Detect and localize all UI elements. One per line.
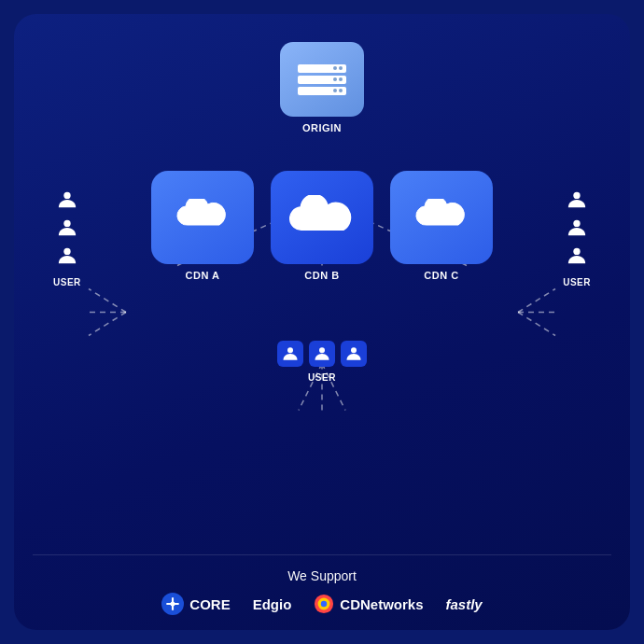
svg-point-20 <box>351 347 357 353</box>
cdn-a-box <box>151 171 254 264</box>
cdn-c-node: CDN C <box>390 171 493 281</box>
origin-label: ORIGIN <box>302 122 342 133</box>
cdn-a-label: CDN A <box>186 270 220 281</box>
user-icon-right-3 <box>567 245 587 266</box>
user-circle-1 <box>277 341 303 367</box>
svg-point-19 <box>319 347 325 353</box>
svg-point-16 <box>573 220 580 227</box>
supports-title: We Support <box>287 568 357 583</box>
left-user-group: USER <box>53 189 81 287</box>
svg-point-25 <box>321 601 327 607</box>
server-icon <box>298 64 346 95</box>
user-label-bottom: USER <box>308 372 336 383</box>
server-row-3 <box>298 87 346 95</box>
cdn-b-box <box>271 171 373 264</box>
cdn-c-label: CDN C <box>424 270 458 281</box>
supports-section: We Support CORE Edgio <box>33 554 611 615</box>
cdn-row: CDN A CDN B CDN C <box>33 171 611 281</box>
logo-fastly: fastly <box>446 596 483 612</box>
user-icon-bottom-3 <box>345 345 362 362</box>
svg-line-5 <box>89 313 126 336</box>
cdn-c-box <box>390 171 493 264</box>
user-icon-right-1 <box>567 189 587 210</box>
diagram-area: ORIGIN CDN A CDN B <box>33 33 611 554</box>
core-logo-icon <box>161 593 184 615</box>
cloud-b-icon <box>289 195 355 240</box>
cdn-b-label: CDN B <box>304 270 339 281</box>
user-icon-left-2 <box>57 217 77 238</box>
svg-line-3 <box>89 289 126 313</box>
user-icon-bottom-2 <box>314 345 330 362</box>
user-icon-left-3 <box>57 245 77 266</box>
logo-core: CORE <box>161 593 230 615</box>
cdnetworks-label: CDNetworks <box>340 596 423 612</box>
svg-point-12 <box>63 192 70 199</box>
logo-cdnetworks: CDNetworks <box>314 594 423 614</box>
cdn-b-node: CDN B <box>271 171 373 281</box>
origin-box <box>280 42 364 117</box>
supports-logos: CORE Edgio CDNetworks fastly <box>161 593 482 615</box>
user-label-left: USER <box>53 277 81 287</box>
edgio-label: Edgio <box>253 596 292 612</box>
core-svg-icon <box>163 595 182 613</box>
logo-edgio: Edgio <box>253 596 292 612</box>
bottom-user-group: USER <box>277 341 367 383</box>
svg-line-6 <box>518 289 555 313</box>
cdnetworks-logo-icon <box>314 594 334 614</box>
svg-point-17 <box>573 248 580 255</box>
svg-point-22 <box>171 602 175 607</box>
main-card: ORIGIN CDN A CDN B <box>14 14 630 630</box>
cloud-c-icon <box>413 199 469 236</box>
svg-point-15 <box>573 192 580 199</box>
server-row-1 <box>298 64 346 73</box>
cloud-a-icon <box>175 199 231 236</box>
right-user-group: USER <box>563 189 591 287</box>
origin-node: ORIGIN <box>280 42 364 133</box>
user-label-right: USER <box>563 277 591 287</box>
cdn-a-node: CDN A <box>151 171 254 281</box>
svg-point-13 <box>63 220 70 227</box>
user-circle-3 <box>341 341 367 367</box>
core-label: CORE <box>189 596 230 612</box>
svg-point-14 <box>63 248 70 255</box>
user-icon-right-2 <box>567 217 587 238</box>
user-icon-left-1 <box>57 189 77 210</box>
fastly-label: fastly <box>446 596 483 612</box>
user-circle-2 <box>309 341 335 367</box>
svg-line-8 <box>518 313 555 336</box>
bottom-users-row <box>277 341 367 367</box>
server-row-2 <box>298 76 346 84</box>
svg-point-18 <box>287 347 293 353</box>
user-icon-bottom-1 <box>282 345 299 362</box>
